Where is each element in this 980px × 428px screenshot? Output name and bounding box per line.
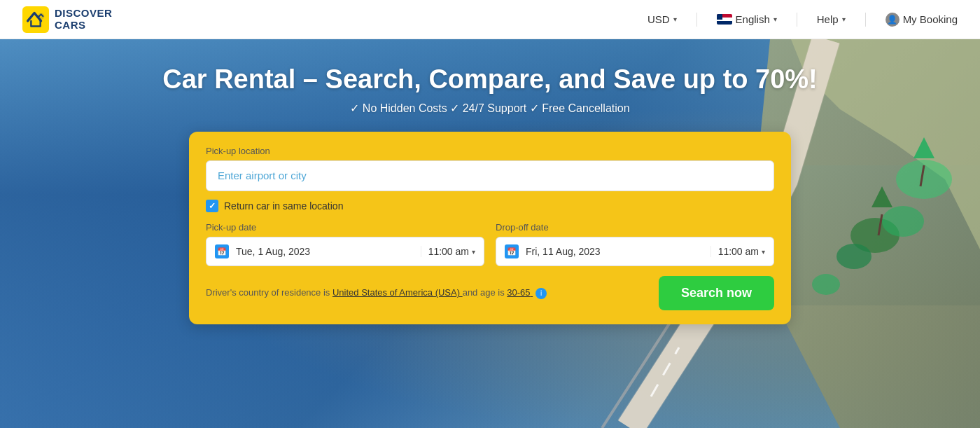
pickup-location-input[interactable]: [218, 170, 762, 181]
dropoff-date-label: Drop-off date: [496, 222, 774, 233]
dropoff-time-chevron: ▾: [762, 248, 765, 256]
pickup-time-value: 11:00 am: [428, 246, 469, 257]
my-booking-label: My Booking: [903, 13, 958, 25]
logo-icon: [22, 6, 49, 33]
logo[interactable]: DISCOVER CARS: [22, 6, 112, 33]
language-label: English: [736, 13, 770, 25]
search-box: Pick-up location Return car in same loca…: [189, 132, 791, 324]
help-menu[interactable]: Help ▾: [817, 13, 846, 25]
pickup-date-value: Tue, 1 Aug, 2023: [236, 246, 414, 257]
my-booking-link[interactable]: 👤 My Booking: [886, 13, 958, 27]
dropoff-time-select[interactable]: 11:00 am ▾: [710, 246, 765, 257]
pickup-input-wrapper[interactable]: [206, 160, 774, 191]
driver-info: Driver's country of residence is United …: [206, 287, 547, 299]
hero-content: Car Rental – Search, Compare, and Save u…: [0, 39, 980, 324]
hero-section: Car Rental – Search, Compare, and Save u…: [0, 39, 980, 428]
pickup-time-select[interactable]: 11:00 am ▾: [421, 246, 475, 257]
currency-chevron: ▾: [673, 15, 677, 23]
header-nav: USD ▾ English ▾ Help ▾ 👤 My Booking: [648, 13, 958, 27]
help-chevron: ▾: [842, 15, 846, 23]
driver-age-link[interactable]: 30-65: [507, 287, 533, 298]
dropoff-date-input[interactable]: 📅 Fri, 11 Aug, 2023 11:00 am ▾: [496, 237, 774, 266]
pickup-date-label: Pick-up date: [206, 222, 484, 233]
language-selector[interactable]: English ▾: [717, 13, 777, 25]
hero-title: Car Rental – Search, Compare, and Save u…: [162, 64, 818, 95]
dropoff-time-value: 11:00 am: [718, 246, 759, 257]
help-label: Help: [817, 13, 839, 25]
pickup-date-input[interactable]: 📅 Tue, 1 Aug, 2023 11:00 am ▾: [206, 237, 484, 266]
pickup-calendar-icon: 📅: [215, 244, 229, 258]
dropoff-date-value: Fri, 11 Aug, 2023: [526, 246, 704, 257]
search-bottom-row: Driver's country of residence is United …: [206, 276, 774, 310]
header-divider-2: [797, 13, 797, 27]
pickup-location-label: Pick-up location: [206, 146, 774, 156]
currency-selector[interactable]: USD ▾: [648, 13, 677, 25]
dropoff-date-group: Drop-off date 📅 Fri, 11 Aug, 2023 11:00 …: [496, 222, 774, 266]
pickup-time-chevron: ▾: [472, 248, 475, 256]
pickup-date-group: Pick-up date 📅 Tue, 1 Aug, 2023 11:00 am…: [206, 222, 484, 266]
driver-age-prefix: and age is: [463, 287, 505, 298]
dates-row: Pick-up date 📅 Tue, 1 Aug, 2023 11:00 am…: [206, 222, 774, 266]
user-icon: 👤: [886, 13, 899, 27]
currency-label: USD: [648, 13, 670, 25]
dropoff-calendar-icon: 📅: [505, 244, 519, 258]
language-chevron: ▾: [774, 15, 777, 23]
header: DISCOVER CARS USD ▾ English ▾ Help ▾ 👤 M…: [0, 0, 980, 39]
same-location-checkbox[interactable]: [206, 200, 218, 212]
hero-subtitle: ✓ No Hidden Costs ✓ 24/7 Support ✓ Free …: [350, 102, 629, 115]
search-now-button[interactable]: Search now: [659, 276, 774, 310]
same-location-label: Return car in same location: [224, 200, 343, 212]
header-divider-3: [865, 13, 866, 27]
logo-text: DISCOVER CARS: [55, 8, 112, 31]
same-location-row: Return car in same location: [206, 200, 774, 212]
us-flag-icon: [717, 14, 732, 25]
driver-info-icon[interactable]: i: [536, 288, 547, 299]
driver-country-link[interactable]: United States of America (USA): [332, 287, 463, 298]
header-divider-1: [696, 13, 697, 27]
svg-rect-0: [22, 6, 49, 33]
driver-info-prefix: Driver's country of residence is: [206, 287, 330, 298]
